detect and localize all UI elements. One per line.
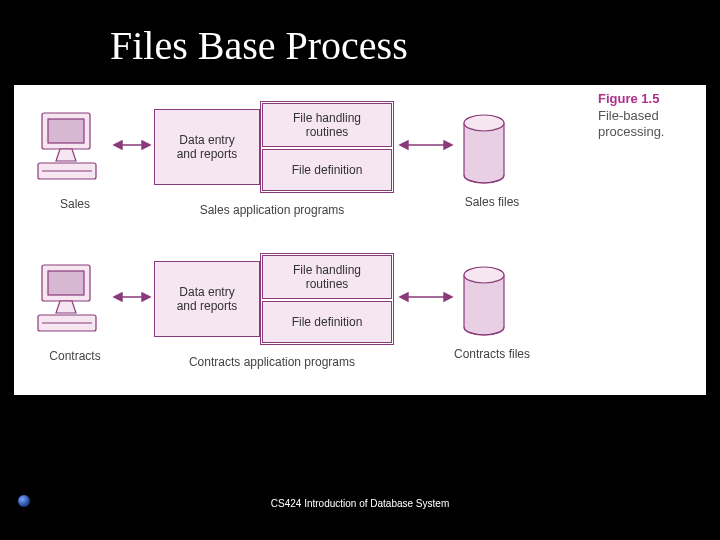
- box-label: Data entry and reports: [177, 285, 238, 313]
- data-entry-box: Data entry and reports: [154, 109, 260, 185]
- svg-marker-16: [114, 293, 122, 301]
- arrow-icon: [400, 293, 452, 301]
- computer-icon: [38, 265, 96, 331]
- slide-title: Files Base Process: [0, 0, 720, 79]
- box-label: File handling routines: [293, 111, 361, 139]
- arrow-icon: [400, 141, 452, 149]
- svg-marker-17: [142, 293, 150, 301]
- programs-label: Sales application programs: [172, 203, 372, 217]
- file-handling-box: File handling routines: [262, 103, 392, 147]
- diagram-row-contracts: Data entry and reports File handling rou…: [22, 247, 582, 377]
- box-label: Data entry and reports: [177, 133, 238, 161]
- diagram-figure: Figure 1.5 File-based processing.: [14, 85, 706, 395]
- svg-rect-1: [48, 119, 84, 143]
- svg-point-21: [464, 267, 504, 283]
- file-handling-box: File handling routines: [262, 255, 392, 299]
- svg-marker-5: [114, 141, 122, 149]
- figure-number: Figure 1.5: [598, 91, 698, 106]
- svg-marker-19: [400, 293, 408, 301]
- svg-marker-9: [444, 141, 452, 149]
- svg-point-10: [464, 115, 504, 131]
- svg-marker-20: [444, 293, 452, 301]
- file-definition-box: File definition: [262, 301, 392, 343]
- svg-rect-12: [48, 271, 84, 295]
- files-label: Contracts files: [442, 347, 542, 361]
- figure-caption-block: Figure 1.5 File-based processing.: [598, 91, 698, 139]
- programs-label: Contracts application programs: [172, 355, 372, 369]
- files-label: Sales files: [442, 195, 542, 209]
- slide-footer: CS424 Introduction of Database System: [0, 498, 720, 509]
- cylinder-icon: [464, 115, 504, 183]
- box-label: File definition: [292, 163, 363, 177]
- cylinder-icon: [464, 267, 504, 335]
- svg-marker-8: [400, 141, 408, 149]
- box-label: File handling routines: [293, 263, 361, 291]
- terminal-label: Sales: [40, 197, 110, 211]
- svg-marker-6: [142, 141, 150, 149]
- box-label: File definition: [292, 315, 363, 329]
- file-definition-box: File definition: [262, 149, 392, 191]
- computer-icon: [38, 113, 96, 179]
- arrow-icon: [114, 141, 150, 149]
- figure-caption: File-based processing.: [598, 108, 698, 139]
- data-entry-box: Data entry and reports: [154, 261, 260, 337]
- arrow-icon: [114, 293, 150, 301]
- diagram-row-sales: Data entry and reports File handling rou…: [22, 95, 582, 225]
- terminal-label: Contracts: [40, 349, 110, 363]
